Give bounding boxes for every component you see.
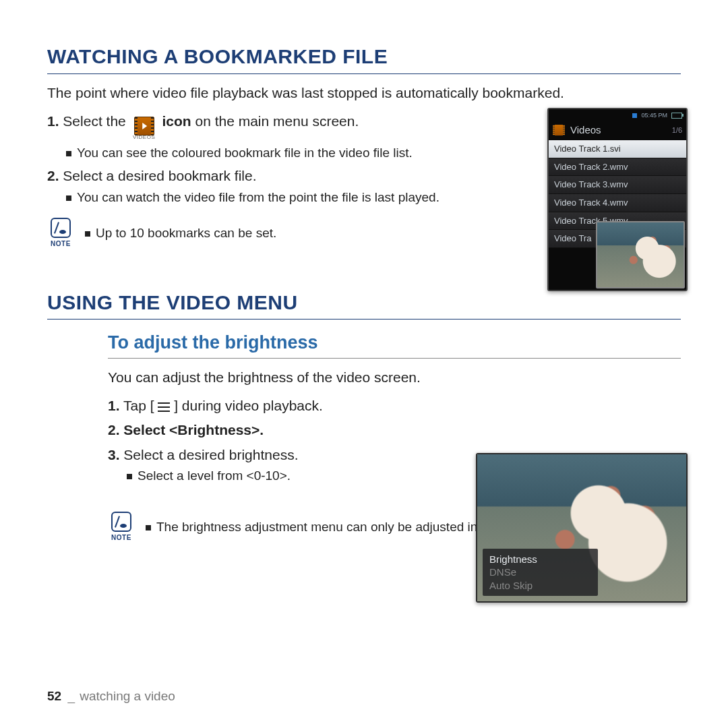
videos-icon (134, 117, 154, 135)
video-thumbnail (596, 221, 685, 289)
step-b2: 2. Select <Brightness>. (108, 421, 458, 439)
step-1: 1. Select the VIDEOS icon on the main me… (47, 112, 519, 142)
note-icon (51, 218, 71, 238)
step1-pre: Select the (63, 113, 125, 129)
list-item[interactable]: Video Track 4.wmv (549, 194, 686, 212)
videos-icon (553, 125, 565, 135)
step1-post: on the main menu screen. (195, 113, 359, 129)
menu-icon (158, 402, 170, 412)
device1-count: 1/6 (672, 125, 682, 135)
stepb1-post: ] during video playback. (174, 398, 323, 413)
list-item[interactable]: Video Track 1.svi (549, 140, 686, 158)
video-menu-overlay: Brightness DNSe Auto Skip (483, 549, 598, 597)
step-2: 2. Select a desired bookmark file. (47, 166, 519, 185)
stepb1-pre: Tap [ (123, 398, 154, 413)
title-rule-2 (47, 319, 681, 320)
step1-number: 1. (47, 113, 59, 129)
footer-section: watching a video (80, 689, 175, 703)
note-label: NOTE (111, 533, 131, 543)
stepb3-text: Select a desired brightness. (123, 447, 298, 462)
bookmark-indicator-icon (632, 113, 637, 118)
section2-subtitle: To adjust the brightness (108, 330, 681, 355)
status-time: 05:45 PM (641, 111, 667, 119)
note-icon (111, 512, 131, 532)
list-item[interactable]: Video Track 2.wmv (549, 158, 686, 177)
step1-bold: icon (162, 113, 191, 129)
note-text-1: Up to 10 bookmarks can be set. (85, 224, 276, 242)
stepb3-number: 3. (108, 447, 120, 462)
section2-title: USING THE VIDEO MENU (47, 289, 681, 317)
note-label: NOTE (51, 239, 71, 249)
step2-text: Select a desired bookmark file. (63, 168, 256, 183)
stepb1-number: 1. (108, 398, 120, 413)
step-b1: 1. Tap [ ] during video playback. (108, 396, 458, 415)
step2-number: 2. (47, 168, 59, 183)
device1-title: Videos (570, 123, 601, 137)
section2-intro: You can adjust the brightness of the vid… (108, 368, 681, 387)
footer-separator: _ (67, 689, 75, 703)
section1-intro: The point where video file playback was … (47, 84, 681, 102)
page-number: 52 (47, 689, 61, 703)
title-rule (47, 73, 681, 74)
step1-sub: You can see the coloured bookmark file i… (66, 144, 519, 162)
step2-sub: You can watch the video file from the po… (66, 189, 519, 206)
stepb3-sub: Select a level from <0-10>. (127, 467, 458, 485)
section1-title: WATCHING A BOOKMARKED FILE (47, 43, 681, 71)
device-video-playback: Brightness DNSe Auto Skip (476, 453, 688, 603)
step-b3: 3. Select a desired brightness. (108, 446, 458, 464)
page-footer: 52 _ watching a video (47, 688, 175, 705)
menu-option[interactable]: DNSe (489, 566, 537, 579)
device-videos-list: 05:45 PM Videos 1/6 Video Track 1.svi Vi… (547, 108, 688, 291)
note-block-1: NOTE Up to 10 bookmarks can be set. (47, 218, 519, 249)
list-item[interactable]: Video Track 3.wmv (549, 176, 686, 194)
stepb2-number: 2. (108, 422, 120, 437)
battery-icon (671, 113, 682, 119)
stepb2-text: Select <Brightness>. (123, 422, 264, 437)
subtitle-rule (108, 358, 681, 359)
menu-option[interactable]: Brightness (489, 553, 537, 566)
menu-option[interactable]: Auto Skip (489, 579, 537, 593)
